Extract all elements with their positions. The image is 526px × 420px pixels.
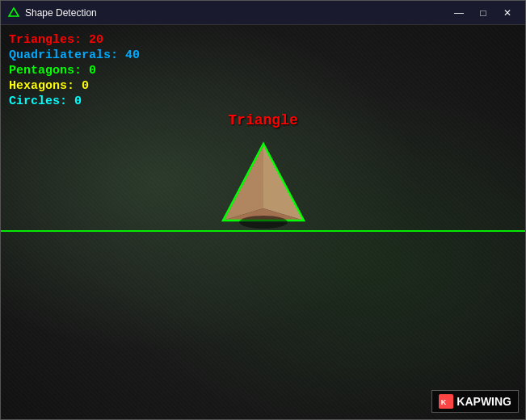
hexagons-value: 0 [82, 79, 89, 93]
pentagons-label: Pentagons: [9, 64, 82, 78]
svg-text:K: K [441, 398, 447, 406]
main-content: Triangles: 20 Quadrilaterals: 40 Pentago… [1, 25, 525, 419]
triangles-label: Triangles: [9, 33, 82, 47]
pentagons-value: 0 [89, 64, 96, 78]
minimize-button[interactable]: — [448, 5, 470, 21]
stats-overlay: Triangles: 20 Quadrilaterals: 40 Pentago… [9, 33, 140, 108]
app-icon [7, 6, 20, 19]
hexagons-label: Hexagons: [9, 79, 74, 93]
shape-label: Triangle [228, 112, 297, 128]
circles-stat: Circles: 0 [9, 94, 140, 108]
pentagons-stat: Pentagons: 0 [9, 64, 140, 78]
triangles-value: 20 [89, 33, 103, 47]
watermark: K KAPWING [431, 390, 519, 413]
detected-shape: Triangle [211, 112, 316, 237]
title-bar-left: Shape Detection [7, 6, 97, 19]
hexagons-stat: Hexagons: 0 [9, 79, 140, 93]
title-bar: Shape Detection — □ ✕ [1, 1, 525, 25]
window-title: Shape Detection [25, 7, 97, 19]
svg-point-5 [239, 216, 288, 229]
kapwing-icon: K [439, 394, 453, 409]
main-window: Shape Detection — □ ✕ Triangles: 20 Quad… [0, 0, 526, 420]
triangle-svg [211, 132, 316, 237]
circles-label: Circles: [9, 94, 67, 108]
quadrilaterals-value: 40 [125, 48, 140, 62]
triangles-stat: Triangles: 20 [9, 33, 140, 47]
watermark-text: KAPWING [457, 395, 511, 408]
quadrilaterals-label: Quadrilaterals: [9, 48, 118, 62]
title-bar-controls: — □ ✕ [448, 5, 519, 21]
svg-marker-0 [9, 8, 19, 16]
maximize-button[interactable]: □ [472, 5, 494, 21]
close-button[interactable]: ✕ [496, 5, 519, 21]
quadrilaterals-stat: Quadrilaterals: 40 [9, 48, 140, 62]
triangle-wrapper [211, 132, 316, 237]
circles-value: 0 [74, 94, 82, 108]
